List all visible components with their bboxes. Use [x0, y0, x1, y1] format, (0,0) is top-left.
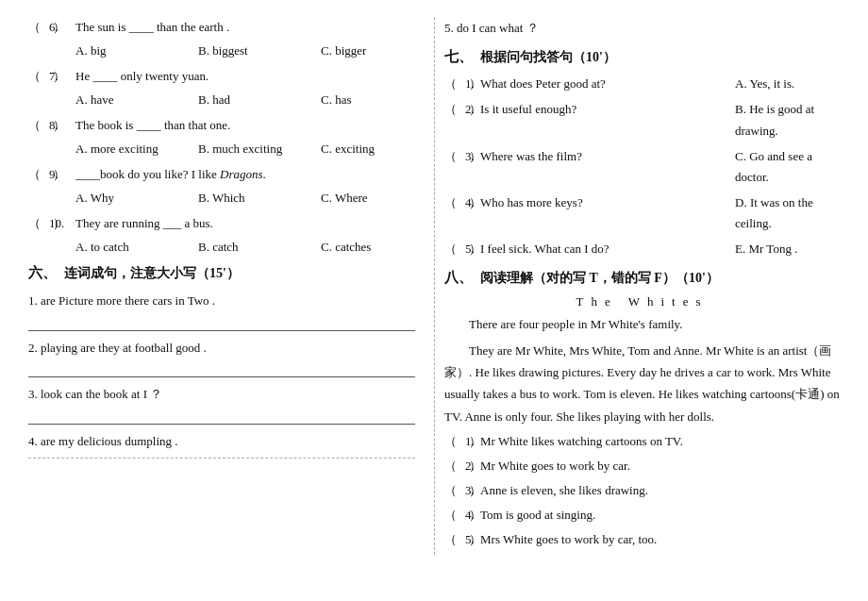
q8-optA: A. more exciting [75, 142, 170, 157]
tf-num-5: 5. [465, 529, 480, 550]
s7-q4: Who has more keys? [480, 192, 735, 213]
tf-text-3: Anne is eleven, she likes drawing. [480, 480, 648, 501]
q6-optC: C. bigger [321, 43, 415, 58]
sentence-1: 1. are Picture more there cars in Two . [28, 290, 415, 311]
sentence-2: 2. playing are they at football good . [28, 337, 415, 359]
q10-optB: B. catch [198, 240, 292, 255]
q9-optA: A. Why [75, 191, 170, 206]
do-line: 5. do I can what ？ [444, 17, 840, 39]
tf-paren-2: （ ） [444, 456, 465, 476]
q6-options: A. big B. biggest C. bigger [75, 43, 415, 58]
s7-a1: A. Yes, it is. [735, 74, 840, 94]
questions-section: （ ） 6. The sun is ____ than the earth . … [28, 17, 415, 255]
s7-num-2: 2. [465, 99, 480, 120]
section6-title: 连词成句，注意大小写（15'） [64, 265, 240, 282]
tf-paren-5: （ ） [444, 529, 465, 550]
tf-row-1: （ ） 1. Mr White likes watching cartoons … [444, 431, 840, 452]
reading-para-2: They are Mr White, Mrs White, Tom and An… [444, 340, 840, 428]
sentence-4: 4. are my delicious dumpling . [28, 430, 415, 452]
tf-num-2: 2. [465, 456, 480, 476]
question-8-row: （ ） 8. The book is ____ than that one. [28, 115, 415, 136]
s7-paren-2: （ ） [444, 99, 465, 120]
section8-num: 八、 [444, 269, 473, 287]
q10-optC: C. catches [321, 240, 415, 255]
s7-num-1: 1. [465, 74, 480, 94]
section7-header: 七、 根据问句找答句（10'） [444, 48, 840, 66]
answer-line-3 [28, 409, 415, 425]
paren-6: （ ） [28, 17, 49, 38]
q10-text: They are running ___ a bus. [75, 213, 415, 234]
reading-para-1: There are four people in Mr White's fami… [444, 313, 840, 335]
tf-num-4: 4. [465, 505, 480, 526]
reading-title: The Whites [444, 294, 840, 309]
tf-row-5: （ ） 5. Mrs White goes to work by car, to… [444, 529, 840, 550]
s7-num-3: 3. [465, 146, 480, 167]
q9-options: A. Why B. Which C. Where [75, 191, 415, 206]
paren-10: （ ） [28, 213, 49, 234]
s7-q5: I feel sick. What can I do? [480, 239, 735, 259]
q6-optA: A. big [75, 43, 170, 58]
qnum-8: 8. [49, 115, 75, 136]
s7-paren-4: （ ） [444, 192, 465, 213]
right-column: 5. do I can what ？ 七、 根据问句找答句（10'） （ ） 1… [434, 17, 840, 555]
tf-row-4: （ ） 4. Tom is good at singing. [444, 505, 840, 526]
s7-row-3: （ ） 3. Where was the film? C. Go and see… [444, 146, 840, 188]
tf-paren-1: （ ） [444, 431, 465, 452]
answer-line-1 [28, 316, 415, 331]
q8-optC: C. exciting [321, 142, 415, 157]
section8-header: 八、 阅读理解（对的写 T，错的写 F）（10'） [444, 269, 840, 287]
s7-paren-5: （ ） [444, 239, 465, 259]
question-10-row: （ ） 10. They are running ___ a bus. [28, 213, 415, 234]
s7-q2: Is it useful enough? [480, 99, 735, 120]
q7-optB: B. had [198, 92, 292, 108]
qnum-9: 9. [49, 164, 75, 185]
paren-7: （ ） [28, 66, 49, 87]
q7-optC: C. has [321, 92, 415, 108]
q7-optA: A. have [75, 92, 170, 108]
s7-paren-1: （ ） [444, 74, 465, 94]
s7-a2: B. He is good at drawing. [735, 99, 840, 141]
q9-optC: C. Where [321, 191, 415, 206]
q9-text: ____book do you like? I like Dragons. [75, 164, 415, 185]
tf-text-5: Mrs White goes to work by car, too. [480, 529, 657, 550]
s7-num-4: 4. [465, 192, 480, 213]
s7-num-5: 5. [465, 239, 480, 259]
question-7-row: （ ） 7. He ____ only twenty yuan. [28, 66, 415, 87]
s7-row-5: （ ） 5. I feel sick. What can I do? E. Mr… [444, 239, 840, 259]
q8-options: A. more exciting B. much exciting C. exc… [75, 142, 415, 157]
tf-text-2: Mr White goes to work by car. [480, 456, 630, 476]
qnum-10: 10. [49, 213, 75, 234]
tf-row-2: （ ） 2. Mr White goes to work by car. [444, 456, 840, 476]
q10-optA: A. to catch [75, 240, 170, 255]
tf-num-3: 3. [465, 480, 480, 501]
s7-a5: E. Mr Tong . [735, 239, 840, 259]
q7-text: He ____ only twenty yuan. [75, 66, 415, 87]
tf-paren-4: （ ） [444, 505, 465, 526]
left-column: （ ） 6. The sun is ____ than the earth . … [28, 17, 434, 555]
paren-9: （ ） [28, 164, 49, 185]
q9-italic: Dragons [220, 167, 263, 181]
s7-a3: C. Go and see a doctor. [735, 146, 840, 188]
section8-title: 阅读理解（对的写 T，错的写 F）（10'） [480, 270, 719, 287]
qnum-7: 7. [49, 66, 75, 87]
q8-optB: B. much exciting [198, 142, 292, 157]
s7-q3: Where was the film? [480, 146, 735, 167]
s7-row-4: （ ） 4. Who has more keys? D. It was on t… [444, 192, 840, 234]
section7-num: 七、 [444, 48, 473, 66]
section6-header: 六、 连词成句，注意大小写（15'） [28, 264, 415, 282]
bottom-dashed-line [28, 458, 415, 459]
answer-line-2 [28, 362, 415, 377]
tf-text-4: Tom is good at singing. [480, 505, 595, 526]
q10-options: A. to catch B. catch C. catches [75, 240, 415, 255]
paren-8: （ ） [28, 115, 49, 136]
q8-text: The book is ____ than that one. [75, 115, 415, 136]
s7-row-1: （ ） 1. What does Peter good at? A. Yes, … [444, 74, 840, 94]
s7-row-2: （ ） 2. Is it useful enough? B. He is goo… [444, 99, 840, 141]
tf-row-3: （ ） 3. Anne is eleven, she likes drawing… [444, 480, 840, 501]
question-9-row: （ ） 9. ____book do you like? I like Drag… [28, 164, 415, 185]
q6-optB: B. biggest [198, 43, 292, 58]
s7-paren-3: （ ） [444, 146, 465, 167]
tf-paren-3: （ ） [444, 480, 465, 501]
section7-title: 根据问句找答句（10'） [480, 49, 616, 66]
tf-text-1: Mr White likes watching cartoons on TV. [480, 431, 683, 452]
